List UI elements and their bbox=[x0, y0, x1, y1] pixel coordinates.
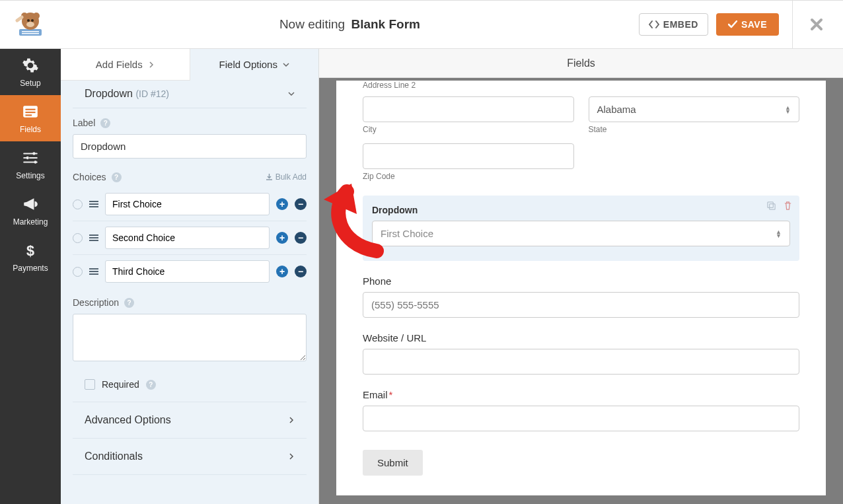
svg-rect-12 bbox=[25, 114, 32, 116]
email-input[interactable] bbox=[363, 406, 799, 431]
drag-handle-icon[interactable] bbox=[89, 201, 98, 207]
svg-point-14 bbox=[26, 157, 29, 159]
submit-button[interactable]: Submit bbox=[363, 450, 423, 476]
svg-rect-18 bbox=[770, 204, 775, 209]
help-icon[interactable]: ? bbox=[146, 380, 156, 390]
email-field-label: Email* bbox=[363, 389, 799, 400]
embed-button[interactable]: EMBED bbox=[639, 13, 708, 36]
svg-rect-11 bbox=[25, 112, 35, 113]
download-icon bbox=[266, 174, 273, 181]
choice-row: + − bbox=[73, 188, 307, 221]
sidenav-payments[interactable]: $ Payments bbox=[0, 234, 61, 280]
state-select[interactable]: Alabama ▲▼ bbox=[589, 96, 800, 122]
choice-remove-button[interactable]: − bbox=[295, 266, 307, 277]
choices-field-label: Choices ? bbox=[73, 172, 122, 182]
dropdown-field-label: Dropdown bbox=[372, 205, 418, 215]
label-input[interactable] bbox=[73, 134, 307, 159]
chevron-down-icon bbox=[288, 90, 295, 97]
tab-field-options[interactable]: Field Options bbox=[190, 49, 319, 81]
trash-icon[interactable] bbox=[783, 201, 793, 211]
svg-point-13 bbox=[32, 152, 35, 155]
save-button[interactable]: SAVE bbox=[716, 13, 779, 36]
options-panel: Add Fields Field Options Dropdown (ID #1… bbox=[61, 49, 319, 504]
preview-header: Fields bbox=[319, 49, 843, 78]
choice-remove-button[interactable]: − bbox=[295, 232, 307, 244]
form-icon bbox=[22, 103, 39, 120]
dropdown-preview-select[interactable]: First Choice ▲▼ bbox=[372, 221, 790, 246]
select-arrows-icon: ▲▼ bbox=[785, 106, 791, 114]
sidenav: Setup Fields Settings Marketing $ Paymen… bbox=[0, 49, 61, 504]
checkbox-icon bbox=[85, 379, 95, 390]
required-label: Required bbox=[102, 379, 139, 390]
choice-add-button[interactable]: + bbox=[276, 266, 288, 277]
help-icon[interactable]: ? bbox=[124, 298, 134, 308]
field-id-label: (ID #12) bbox=[135, 89, 169, 99]
choice-add-button[interactable]: + bbox=[276, 198, 288, 210]
choice-list: + − + − + − bbox=[61, 188, 318, 288]
svg-rect-10 bbox=[25, 109, 35, 110]
tab-add-fields[interactable]: Add Fields bbox=[61, 49, 190, 80]
bulk-add-link[interactable]: Bulk Add bbox=[266, 172, 307, 182]
sidenav-marketing[interactable]: Marketing bbox=[0, 188, 61, 234]
choice-default-radio[interactable] bbox=[73, 267, 83, 277]
address2-sublabel: Address Line 2 bbox=[363, 81, 799, 90]
megaphone-icon bbox=[22, 196, 39, 213]
sidenav-setup[interactable]: Setup bbox=[0, 49, 61, 95]
city-input[interactable] bbox=[363, 96, 574, 122]
phone-input[interactable] bbox=[363, 292, 799, 318]
svg-point-15 bbox=[34, 161, 36, 163]
choice-row: + − bbox=[73, 255, 307, 288]
chevron-down-icon bbox=[283, 61, 289, 68]
svg-point-6 bbox=[27, 19, 30, 22]
svg-rect-2 bbox=[22, 33, 39, 34]
page-title: Now editing Blank Form bbox=[61, 17, 639, 32]
svg-rect-17 bbox=[768, 202, 773, 207]
svg-point-8 bbox=[26, 22, 34, 27]
sidenav-settings[interactable]: Settings bbox=[0, 141, 61, 188]
sidenav-fields-label: Fields bbox=[20, 125, 41, 134]
sidenav-settings-label: Settings bbox=[16, 171, 44, 180]
choice-remove-button[interactable]: − bbox=[295, 198, 307, 210]
chevron-right-icon bbox=[148, 61, 155, 68]
svg-point-5 bbox=[33, 13, 40, 19]
choice-input[interactable] bbox=[105, 227, 270, 249]
required-checkbox-row[interactable]: Required ? bbox=[73, 367, 307, 402]
choice-input[interactable] bbox=[105, 193, 270, 215]
sliders-icon bbox=[22, 149, 39, 166]
help-icon[interactable]: ? bbox=[112, 172, 122, 182]
logo bbox=[0, 1, 61, 49]
field-section-header[interactable]: Dropdown (ID #12) bbox=[73, 81, 307, 108]
phone-field-label: Phone bbox=[363, 275, 799, 287]
choice-add-button[interactable]: + bbox=[276, 232, 288, 244]
chevron-right-icon bbox=[288, 417, 295, 423]
sidenav-marketing-label: Marketing bbox=[13, 217, 48, 227]
website-input[interactable] bbox=[363, 349, 799, 375]
drag-handle-icon[interactable] bbox=[89, 234, 98, 241]
svg-rect-0 bbox=[19, 29, 42, 36]
check-icon bbox=[728, 20, 737, 28]
topbar: Now editing Blank Form EMBED SAVE bbox=[0, 1, 843, 49]
choice-row: + − bbox=[73, 221, 307, 255]
label-field-label: Label ? bbox=[73, 118, 307, 128]
field-type-label: Dropdown bbox=[85, 88, 133, 99]
choice-input[interactable] bbox=[105, 260, 270, 283]
choice-default-radio[interactable] bbox=[73, 233, 83, 243]
zip-input[interactable] bbox=[363, 143, 574, 169]
duplicate-icon[interactable] bbox=[766, 201, 776, 211]
sidenav-setup-label: Setup bbox=[20, 79, 40, 88]
required-star-icon: * bbox=[389, 389, 393, 400]
state-sublabel: State bbox=[589, 125, 800, 134]
sidenav-fields[interactable]: Fields bbox=[0, 95, 61, 141]
code-icon bbox=[649, 20, 659, 29]
drag-handle-icon[interactable] bbox=[89, 268, 98, 275]
close-button[interactable] bbox=[803, 18, 830, 31]
chevron-right-icon bbox=[288, 453, 295, 460]
conditionals-accordion[interactable]: Conditionals bbox=[73, 439, 307, 475]
gear-icon bbox=[22, 57, 39, 74]
choice-default-radio[interactable] bbox=[73, 199, 83, 209]
svg-text:$: $ bbox=[26, 242, 34, 259]
description-textarea[interactable] bbox=[73, 314, 307, 361]
preview-selected-field[interactable]: Dropdown First Choice ▲▼ bbox=[363, 196, 799, 261]
help-icon[interactable]: ? bbox=[100, 118, 110, 128]
advanced-options-accordion[interactable]: Advanced Options bbox=[73, 402, 307, 439]
